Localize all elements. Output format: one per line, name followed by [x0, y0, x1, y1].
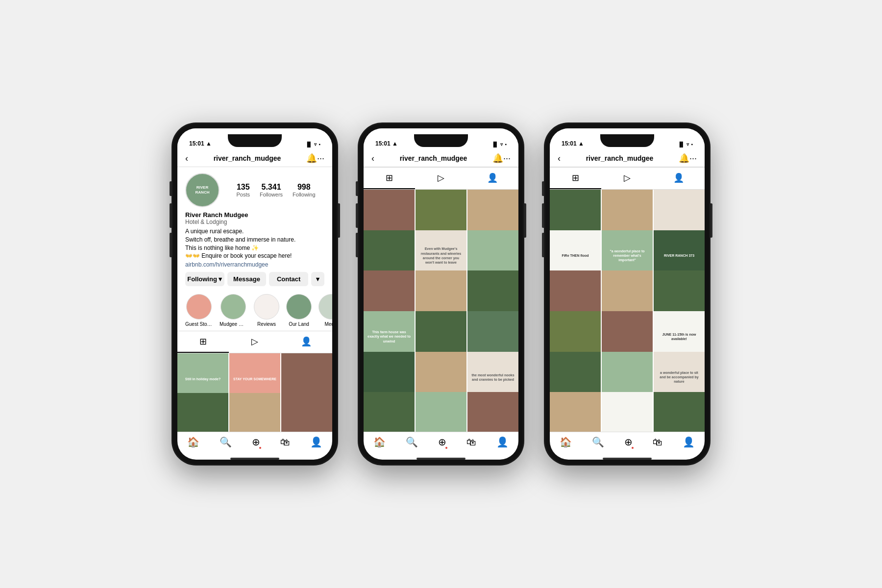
- tab-grid[interactable]: ⊞: [177, 331, 229, 353]
- bottom-nav-item-1[interactable]: 🔍: [220, 436, 232, 448]
- bottom-nav-item-0[interactable]: 🏠: [187, 436, 199, 448]
- tab-tagged[interactable]: 👤: [281, 331, 332, 353]
- highlight-label: Reviews: [257, 321, 276, 327]
- message-button[interactable]: Message: [227, 272, 267, 286]
- phone-1: 15:01 ▲ ▐▌ ▿ ▪ ‹ river_ranch_mudgee 🔔 ··…: [172, 122, 338, 466]
- grid-cell-text: a wonderful place to sit and be accompan…: [656, 369, 703, 385]
- following-button[interactable]: Following ▾: [185, 272, 224, 286]
- grid-cell[interactable]: [654, 392, 705, 432]
- bottom-nav-item-4[interactable]: 👤: [683, 436, 695, 448]
- stat-number: 998: [297, 183, 311, 192]
- battery-icon: ▪: [691, 142, 693, 147]
- stat-number: 5.341: [262, 183, 281, 192]
- grid-cell[interactable]: [364, 392, 415, 432]
- status-time: 15:01 ▲: [375, 140, 398, 147]
- bottom-nav-item-2[interactable]: ⊕: [438, 436, 446, 448]
- profile-bio: A unique rural escape.Switch off, breath…: [185, 227, 324, 260]
- grid-cell[interactable]: [550, 392, 601, 432]
- bottom-nav-item-2[interactable]: ⊕: [624, 436, 633, 448]
- grid-cell-text: Still in holiday mode?: [184, 375, 222, 383]
- highlight-circle: [286, 294, 312, 319]
- tab-tagged[interactable]: 👤: [653, 168, 705, 189]
- bottom-nav-item-3[interactable]: 🛍: [280, 437, 290, 448]
- bottom-nav-item-4[interactable]: 👤: [310, 436, 322, 448]
- tab-tagged[interactable]: 👤: [467, 168, 518, 189]
- nav-bar: ‹ river_ranch_mudgee 🔔 ···: [550, 150, 705, 167]
- highlight-circle: [186, 294, 212, 319]
- status-time: 15:01 ▲: [189, 140, 212, 147]
- home-indicator: [416, 458, 466, 460]
- tab-reels[interactable]: ▷: [601, 168, 653, 189]
- bottom-nav: 🏠🔍⊕🛍👤: [177, 432, 332, 456]
- profile-category: Hotel & Lodging: [185, 219, 324, 225]
- grid-cell-text: RIVER RANCH 373: [662, 252, 696, 259]
- highlight-guest-stories[interactable]: Guest Stories: [185, 294, 213, 327]
- bottom-nav: 🏠🔍⊕🛍👤: [364, 432, 518, 456]
- status-icons: ▐▌ ▿ ▪: [491, 142, 507, 147]
- profile-link[interactable]: airbnb.com/h/riverranchmudgee: [185, 261, 324, 268]
- wifi-icon: ▿: [314, 142, 317, 147]
- nav-username: river_ranch_mudgee: [374, 154, 492, 162]
- highlight-media[interactable]: Media: [318, 294, 332, 327]
- status-time: 15:01 ▲: [562, 140, 584, 147]
- bell-icon[interactable]: 🔔: [679, 153, 689, 164]
- highlight-label: Guest Stories: [185, 321, 213, 327]
- grid-cell-text: FiRe THEN flood: [560, 252, 590, 259]
- home-indicator: [603, 458, 652, 460]
- bottom-nav-item-1[interactable]: 🔍: [592, 436, 604, 448]
- highlight-label: Our Land: [289, 321, 309, 327]
- highlight-our-land[interactable]: Our Land: [286, 294, 312, 327]
- highlight-mudgee-wi...[interactable]: Mudgee Wi...: [220, 294, 247, 327]
- tab-reels[interactable]: ▷: [415, 168, 466, 189]
- bottom-nav-item-3[interactable]: 🛍: [466, 437, 476, 448]
- grid-cell[interactable]: [281, 393, 332, 432]
- tab-grid[interactable]: ⊞: [364, 168, 415, 189]
- stat-number: 135: [237, 183, 250, 192]
- bottom-nav-item-1[interactable]: 🔍: [406, 436, 418, 448]
- signal-icon: ▐▌: [305, 142, 312, 147]
- more-button[interactable]: ▾: [311, 272, 324, 286]
- highlight-circle: [220, 294, 246, 319]
- more-icon[interactable]: ···: [503, 153, 511, 164]
- avatar-text: RIVERRANCH: [196, 185, 210, 195]
- bottom-nav-item-4[interactable]: 👤: [496, 436, 509, 448]
- phone-2: 15:01 ▲ ▐▌ ▿ ▪ ‹ river_ranch_mudgee 🔔 ··…: [358, 122, 524, 466]
- bell-icon[interactable]: 🔔: [306, 153, 317, 164]
- stat-followers: 5.341 Followers: [260, 183, 283, 197]
- home-indicator: [230, 458, 279, 460]
- battery-icon: ▪: [505, 142, 507, 147]
- stat-following: 998 Following: [293, 183, 315, 197]
- bottom-nav-item-0[interactable]: 🏠: [560, 436, 572, 448]
- nav-username: river_ranch_mudgee: [188, 154, 306, 162]
- bottom-nav: 🏠🔍⊕🛍👤: [550, 432, 705, 456]
- battery-icon: ▪: [318, 142, 320, 147]
- tab-grid[interactable]: ⊞: [550, 168, 601, 189]
- signal-icon: ▐▌: [491, 142, 498, 147]
- bottom-nav-item-3[interactable]: 🛍: [653, 437, 662, 448]
- grid-cell-text: STAY YOUR SOMEWHERE: [232, 375, 278, 383]
- grid-cell-text: "a wonderful place to remember what's im…: [604, 247, 651, 264]
- more-icon[interactable]: ···: [689, 153, 697, 164]
- bell-icon[interactable]: 🔔: [492, 153, 503, 164]
- scene: 15:01 ▲ ▐▌ ▿ ▪ ‹ river_ranch_mudgee 🔔 ··…: [152, 103, 730, 485]
- phone-3: 15:01 ▲ ▐▌ ▿ ▪ ‹ river_ranch_mudgee 🔔 ··…: [544, 122, 710, 466]
- grid-cell[interactable]: [229, 393, 280, 432]
- contact-button[interactable]: Contact: [269, 272, 308, 286]
- grid-cell[interactable]: [177, 393, 228, 432]
- signal-icon: ▐▌: [678, 142, 685, 147]
- highlight-reviews[interactable]: Reviews: [254, 294, 279, 327]
- grid-cell[interactable]: [602, 392, 653, 432]
- content-tabs: ⊞▷👤: [550, 167, 705, 190]
- profile-name: River Ranch Mudgee: [185, 211, 324, 219]
- grid-cell[interactable]: [467, 392, 518, 432]
- grid-cell[interactable]: [416, 392, 466, 432]
- tab-reels[interactable]: ▷: [229, 331, 280, 353]
- more-icon[interactable]: ···: [317, 153, 324, 164]
- bottom-nav-item-2[interactable]: ⊕: [252, 436, 260, 448]
- stat-label: Followers: [260, 192, 283, 197]
- highlight-circle: [318, 294, 332, 319]
- profile-section: RIVERRANCH 135 Posts 5.341 Followers 998…: [177, 167, 332, 290]
- posts-grid: Still in holiday mode?STAY YOUR SOMEWHER…: [177, 353, 332, 432]
- status-icons: ▐▌ ▿ ▪: [678, 142, 693, 147]
- bottom-nav-item-0[interactable]: 🏠: [373, 436, 386, 448]
